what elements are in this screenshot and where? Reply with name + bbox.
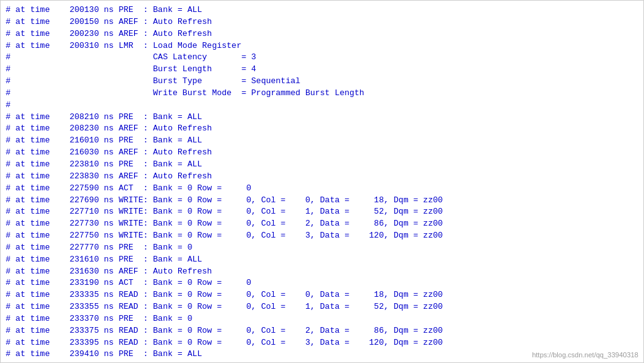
- log-line: # at time 216030 ns AREF : Auto Refresh: [6, 147, 638, 159]
- log-line: # at time 233395 ns READ : Bank = 0 Row …: [6, 337, 638, 349]
- log-line: # at time 233375 ns READ : Bank = 0 Row …: [6, 325, 638, 337]
- log-line: # at time 208210 ns PRE : Bank = ALL: [6, 112, 638, 124]
- log-line: # at time 233355 ns READ : Bank = 0 Row …: [6, 301, 638, 313]
- log-line: # at time 231630 ns AREF : Auto Refresh: [6, 266, 638, 278]
- log-line: # at time 231610 ns PRE : Bank = ALL: [6, 254, 638, 266]
- log-line: # at time 227690 ns WRITE: Bank = 0 Row …: [6, 195, 638, 207]
- terminal-window: # at time 200130 ns PRE : Bank = ALL# at…: [0, 0, 644, 363]
- log-line: # Burst Length = 4: [6, 64, 638, 76]
- log-line: # at time 208230 ns AREF : Auto Refresh: [6, 123, 638, 135]
- watermark: https://blog.csdn.net/qq_33940318: [532, 351, 638, 359]
- log-line: # at time 216010 ns PRE : Bank = ALL: [6, 135, 638, 147]
- log-line: # at time 227590 ns ACT : Bank = 0 Row =…: [6, 183, 638, 195]
- log-line: #: [6, 100, 638, 112]
- log-line: # Burst Type = Sequential: [6, 76, 638, 88]
- log-line: # at time 200310 ns LMR : Load Mode Regi…: [6, 40, 638, 52]
- log-line: # at time 200150 ns AREF : Auto Refresh: [6, 16, 638, 28]
- log-line: # at time 233370 ns PRE : Bank = 0: [6, 313, 638, 325]
- log-line: # at time 227770 ns PRE : Bank = 0: [6, 242, 638, 254]
- log-line: # at time 200130 ns PRE : Bank = ALL: [6, 4, 638, 16]
- log-line: # at time 239430 ns AREF : Auto Refresh: [6, 360, 638, 362]
- log-line: # at time 227750 ns WRITE: Bank = 0 Row …: [6, 230, 638, 242]
- log-line: # at time 227710 ns WRITE: Bank = 0 Row …: [6, 206, 638, 218]
- log-line: # at time 233335 ns READ : Bank = 0 Row …: [6, 289, 638, 301]
- log-line: # at time 223810 ns PRE : Bank = ALL: [6, 159, 638, 171]
- log-line: # at time 223830 ns AREF : Auto Refresh: [6, 171, 638, 183]
- log-line: # at time 233190 ns ACT : Bank = 0 Row =…: [6, 277, 638, 289]
- terminal-content: # at time 200130 ns PRE : Bank = ALL# at…: [1, 1, 643, 362]
- log-line: # at time 200230 ns AREF : Auto Refresh: [6, 28, 638, 40]
- log-line: # at time 227730 ns WRITE: Bank = 0 Row …: [6, 218, 638, 230]
- log-lines: # at time 200130 ns PRE : Bank = ALL# at…: [6, 4, 638, 362]
- log-line: # Write Burst Mode = Programmed Burst Le…: [6, 88, 638, 100]
- log-line: # CAS Latency = 3: [6, 52, 638, 64]
